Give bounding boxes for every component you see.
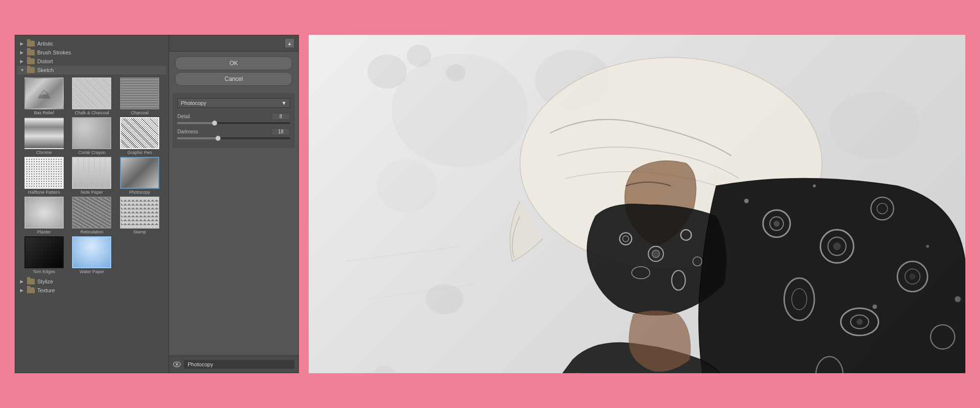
darkness-label-row: Darkness [177,128,290,135]
sketch-thumbnail-grid: Bas Relief Chalk & Charcoal Charcoal Chr… [17,75,167,277]
filter-graphic-pen[interactable]: Graphic Pen [117,117,163,155]
folder-icon-sketch [27,67,35,73]
thumb-img-plaster [24,197,64,229]
ok-button[interactable]: OK [175,56,293,70]
thumb-img-photocopy [120,157,159,189]
arrow-texture: ▶ [20,288,25,293]
darkness-slider-thumb[interactable] [216,136,220,141]
cancel-label: Cancel [224,76,243,82]
cancel-button[interactable]: Cancel [175,72,293,86]
darkness-slider-row: Darkness [177,128,290,139]
svg-point-10 [652,250,660,257]
detail-value-input[interactable] [271,113,290,120]
svg-point-5 [830,92,920,160]
label-texture: Texture [37,287,55,293]
darkness-value-input[interactable] [271,128,290,135]
arrow-distort: ▶ [20,59,25,64]
filter-reticulation[interactable]: Reticulation [69,197,115,234]
filter-type-dropdown[interactable]: Photocopy ▼ [177,98,290,108]
category-sketch[interactable]: ▼ Sketch [17,66,167,75]
arrow-artistic: ▶ [20,41,25,46]
thumb-label-photocopy: Photocopy [129,190,150,195]
detail-label: Detail [177,114,190,119]
thumb-label-note-paper: Note Paper [81,190,103,195]
detail-slider-fill [177,122,215,124]
svg-point-37 [926,245,929,248]
detail-slider-thumb[interactable] [212,121,217,126]
svg-point-17 [774,221,780,227]
thumb-label-halftone-pattern: Halftone Pattern [28,190,60,195]
filter-settings-box: Photocopy ▼ Detail [173,94,294,148]
dropdown-arrow-icon: ▼ [281,100,287,106]
layer-indicator: Photocopy [169,356,298,373]
filter-stamp[interactable]: Stamp [117,197,163,234]
filter-photocopy[interactable]: Photocopy [117,157,163,195]
category-stylize[interactable]: ▶ Stylize [17,277,167,286]
filter-note-paper[interactable]: Note Paper [69,157,115,195]
label-stylize: Stylize [37,279,53,284]
thumb-label-reticulation: Reticulation [80,230,103,234]
category-distort[interactable]: ▶ Distort [17,57,167,66]
svg-point-38 [955,296,960,302]
filter-plaster[interactable]: Plaster [21,197,67,234]
svg-point-35 [813,184,816,187]
ok-label: OK [229,60,238,67]
filter-halftone-pattern[interactable]: Halftone Pattern [21,157,67,195]
svg-point-34 [744,199,749,203]
arrow-sketch: ▼ [20,68,25,73]
main-container: ▶ Artistic ▶ Brush Strokes ▶ Distort ▼ S… [0,0,980,408]
filter-chalk-charcoal[interactable]: Chalk & Charcoal [69,77,115,115]
layer-visibility-icon[interactable] [173,360,181,368]
svg-point-27 [857,319,862,325]
arrow-brush-strokes: ▶ [20,50,25,55]
svg-point-2 [392,54,527,167]
filter-torn-edges[interactable]: Torn Edges [21,236,67,274]
thumb-img-chalk-charcoal [72,77,111,109]
thumb-label-charcoal: Charcoal [131,110,148,115]
svg-point-20 [833,243,840,250]
thumb-img-halftone-pattern [24,157,64,189]
preview-image: MDMCLS [309,35,965,373]
filter-conte-crayon[interactable]: Conté Crayon [69,117,115,155]
svg-point-1 [175,363,178,366]
svg-point-40 [426,284,464,314]
thumb-label-water-paper: Water Paper [79,269,104,274]
controls-header: ▲ [169,35,298,51]
label-sketch: Sketch [37,67,54,73]
preview-area: MDMCLS [309,35,965,373]
thumb-img-conte-crayon [72,117,111,149]
thumb-img-charcoal [120,77,159,109]
filter-water-paper[interactable]: Water Paper [69,236,115,274]
filter-chrome[interactable]: Chrome [21,117,67,155]
detail-slider-track[interactable] [177,122,290,124]
category-artistic[interactable]: ▶ Artistic [17,39,167,48]
svg-line-44 [346,246,460,261]
svg-point-41 [373,366,395,373]
svg-point-36 [873,305,877,309]
thumb-img-water-paper [72,236,111,268]
label-distort: Distort [37,58,53,64]
darkness-slider-track[interactable] [177,137,290,139]
collapse-icon: ▲ [287,41,292,46]
thumb-label-bas-relief: Bas Relief [34,110,54,115]
folder-icon-texture [27,287,35,293]
collapse-button[interactable]: ▲ [285,38,294,48]
filter-charcoal[interactable]: Charcoal [117,77,163,115]
detail-slider-row: Detail [177,113,290,124]
thumb-label-chalk-charcoal: Chalk & Charcoal [74,110,109,115]
folder-icon-stylize [27,279,35,284]
category-texture[interactable]: ▶ Texture [17,286,167,295]
thumb-label-stamp: Stamp [133,230,146,234]
filter-bas-relief[interactable]: Bas Relief [21,77,67,115]
folder-icon-brush-strokes [27,50,35,55]
thumb-img-torn-edges [24,236,64,268]
active-layer-name: Photocopy [184,360,294,369]
sketch-svg-overlay: MDMCLS [309,35,965,373]
thumb-label-plaster: Plaster [37,230,51,234]
label-artistic: Artistic [37,41,53,47]
filter-panel: ▶ Artistic ▶ Brush Strokes ▶ Distort ▼ S… [15,35,299,373]
category-brush-strokes[interactable]: ▶ Brush Strokes [17,48,167,57]
thumb-img-graphic-pen [120,117,159,149]
thumb-img-reticulation [72,197,111,229]
filter-list: ▶ Artistic ▶ Brush Strokes ▶ Distort ▼ S… [15,35,169,373]
